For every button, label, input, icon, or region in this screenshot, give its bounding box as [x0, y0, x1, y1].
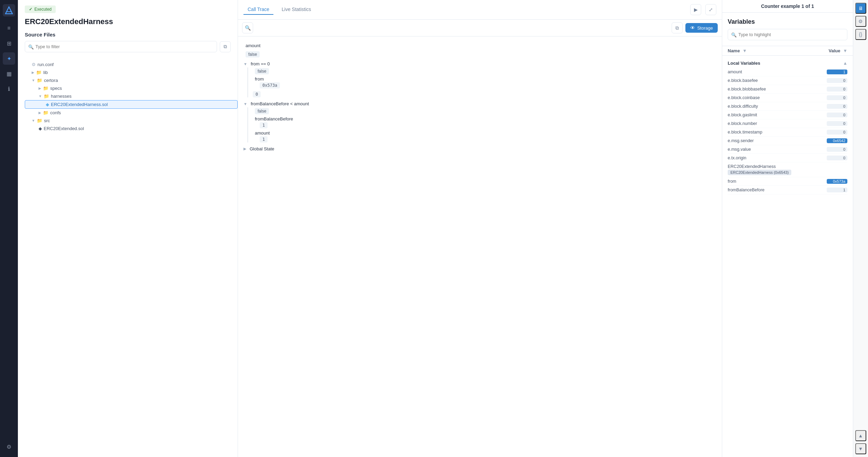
app-logo[interactable] — [3, 4, 15, 17]
highlight-input-wrap: 🔍 — [728, 29, 847, 40]
filter-row: 🔍 ⧉ — [25, 41, 231, 52]
var-row-from-balance: fromBalanceBefore 1 — [728, 186, 847, 194]
var-name: e.block.number — [728, 121, 827, 126]
trace-header: Call Trace Live Statistics ▶ ⤢ — [238, 0, 722, 20]
collapse-arrow-icon[interactable]: ▼ — [243, 62, 247, 66]
local-vars-label: Local Variables — [728, 61, 760, 66]
tree-item-label: ERC20ExtendedHarness.sol — [51, 102, 108, 107]
var-name: e.block.blobbasefee — [728, 87, 827, 92]
trace-node-balance-lt-amount: ▼ fromBalanceBefore < amount false fromB… — [243, 100, 716, 142]
tree-item-erc20-ext[interactable]: ◆ ERC20Extended.sol — [25, 125, 238, 132]
col-name-header: Name ▼ — [728, 48, 820, 53]
right-sidebar: 🖥 ⚙ {} ▲ ▼ — [853, 0, 868, 457]
tree-item-certora[interactable]: ▼ 📁 certora — [25, 76, 238, 84]
vars-header: Variables 🔍 — [722, 13, 853, 46]
trace-node-from-eq0: ▼ from == 0 false from 0x573a 0 — [243, 60, 716, 97]
from-eq0-children: false from 0x573a 0 — [248, 67, 716, 97]
folder-icon: 📁 — [37, 118, 42, 123]
var-value: 0 — [827, 130, 847, 135]
balance-lt-children: false fromBalanceBefore 1 amount 1 — [248, 107, 716, 142]
var-name: from — [728, 179, 827, 184]
var-row-gaslimit: e.block.gaslimit 0 — [728, 111, 847, 119]
tree-item-label: confs — [50, 110, 61, 115]
right-icon-settings[interactable]: ⚙ — [855, 16, 866, 27]
sidebar-icon-info[interactable]: ℹ — [3, 83, 15, 95]
col-value-label: Value — [829, 48, 840, 53]
copy-trace-btn[interactable]: ⧉ — [672, 22, 683, 33]
tree-item-label: run.conf — [37, 62, 54, 67]
sidebar-icon-files[interactable]: ⊞ — [3, 37, 15, 50]
tree-item-erc20-harness[interactable]: ◆ ERC20ExtendedHarness.sol — [25, 100, 238, 109]
var-value: 1 — [827, 70, 847, 74]
var-row-difficulty: e.block.difficulty 0 — [728, 102, 847, 111]
chevron-right-icon: ▶ — [39, 111, 41, 115]
file-tree: ⚙ run.conf ▶ 📁 lib ▼ 📁 certora ▶ 📁 specs… — [18, 59, 238, 457]
sort-icon2[interactable]: ▼ — [843, 48, 847, 53]
collapse-arrow-icon2[interactable]: ▼ — [243, 102, 247, 106]
right-nav-down[interactable]: ▼ — [855, 443, 866, 454]
tree-item-harnesses[interactable]: ▼ 📁 harnesses — [25, 92, 238, 100]
storage-btn[interactable]: 👁 Storage — [685, 23, 718, 33]
sidebar-icon-explore[interactable]: ✦ — [3, 52, 15, 65]
tab-call-trace[interactable]: Call Trace — [243, 4, 273, 15]
tree-item-label: harnesses — [51, 94, 72, 99]
chevron-down-icon: ▼ — [39, 94, 42, 98]
vars-content: Local Variables ▲ amount 1 e.block.basef… — [722, 56, 853, 457]
tree-item-lib[interactable]: ▶ 📁 lib — [25, 68, 238, 76]
var-row-blobbasefee: e.block.blobbasefee 0 — [728, 85, 847, 94]
tree-item-src[interactable]: ▼ 📁 src — [25, 117, 238, 125]
var-value: 0 — [827, 113, 847, 117]
var-name: fromBalanceBefore — [728, 188, 827, 192]
trace-node-false1: false — [243, 51, 716, 57]
var-value-sub: ERC20ExtendedHarness (0x6543) — [728, 170, 791, 175]
chevron-right-icon: ▶ — [32, 71, 34, 74]
var-name: e.msg.value — [728, 147, 827, 152]
trace-label: from == 0 — [249, 60, 272, 67]
tree-item-specs[interactable]: ▶ 📁 specs — [25, 84, 238, 92]
trace-value-0x573a: 0x573a — [260, 82, 280, 88]
var-row-tx-origin: e.tx.origin 0 — [728, 154, 847, 162]
sort-icon[interactable]: ▼ — [742, 48, 747, 53]
tree-item-run-conf[interactable]: ⚙ run.conf — [25, 61, 238, 68]
trace-value-1b: 1 — [260, 136, 268, 142]
file-panel-header: Executed ERC20ExtendedHarness Source Fil… — [18, 0, 238, 59]
local-vars-title: Local Variables ▲ — [728, 59, 847, 68]
tree-item-label: specs — [50, 86, 62, 91]
sidebar-icon-table[interactable]: ▦ — [3, 67, 15, 80]
var-name: e.block.basefee — [728, 78, 827, 83]
trace-node-global-state: ▶ Global State — [243, 145, 716, 152]
var-value: 0 — [827, 95, 847, 100]
tab-live-stats[interactable]: Live Statistics — [278, 4, 315, 15]
vars-title: Variables — [728, 18, 847, 25]
sidebar-icon-settings[interactable]: ⚙ — [3, 440, 15, 453]
var-row-number: e.block.number 0 — [728, 119, 847, 128]
right-icon-code[interactable]: {} — [855, 29, 866, 40]
project-title: ERC20ExtendedHarness — [25, 17, 231, 26]
trace-node-amount: amount — [243, 42, 716, 49]
forward-btn[interactable]: ▶ — [690, 4, 701, 15]
collapse-arrow-icon3[interactable]: ▶ — [243, 147, 246, 151]
sol-icon: ◆ — [46, 102, 49, 107]
right-nav-up[interactable]: ▲ — [855, 430, 866, 441]
expand-btn[interactable]: ⤢ — [705, 4, 716, 15]
right-icon-monitor[interactable]: 🖥 — [855, 3, 866, 14]
sol-icon: ◆ — [39, 126, 42, 131]
tree-item-confs[interactable]: ▶ 📁 confs — [25, 109, 238, 117]
storage-btn-label: Storage — [697, 25, 713, 31]
trace-label-global-state: Global State — [248, 145, 276, 152]
trace-label-balance-lt: fromBalanceBefore < amount — [249, 100, 311, 107]
var-name: e.block.coinbase — [728, 95, 827, 100]
sidebar-icon-menu[interactable]: ≡ — [3, 22, 15, 34]
collapse-local-icon[interactable]: ▲ — [843, 61, 847, 66]
var-name: e.block.gaslimit — [728, 113, 827, 117]
filter-input[interactable] — [25, 41, 217, 52]
var-row-msg-value: e.msg.value 0 — [728, 145, 847, 154]
tree-item-label: lib — [43, 70, 48, 75]
highlight-input[interactable] — [728, 29, 847, 40]
copy-button[interactable]: ⧉ — [220, 41, 231, 52]
search-trace-btn[interactable]: 🔍 — [242, 22, 253, 33]
var-value: 0 — [827, 104, 847, 109]
var-row-amount: amount 1 — [728, 68, 847, 76]
chevron-down-icon: ▼ — [32, 119, 35, 123]
tree-item-label: certora — [44, 78, 58, 83]
